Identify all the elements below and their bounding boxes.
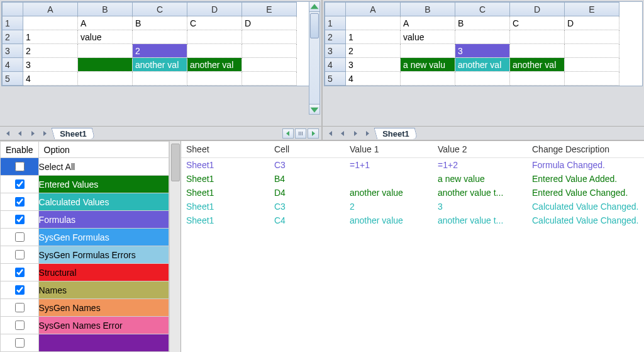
- last-sheet-icon[interactable]: [363, 128, 373, 139]
- option-checkbox-select-all[interactable]: [15, 162, 25, 171]
- cell-E1[interactable]: D: [242, 16, 297, 30]
- scroll-down-icon[interactable]: [309, 104, 319, 114]
- option-label-struct[interactable]: Structural: [38, 264, 169, 281]
- cell-A5[interactable]: 4: [23, 72, 78, 86]
- first-sheet-icon[interactable]: [3, 128, 13, 139]
- option-label-select-all[interactable]: Select All: [38, 158, 169, 176]
- cell-E3[interactable]: [242, 44, 297, 58]
- cell-E4[interactable]: [242, 58, 297, 72]
- cell-B4[interactable]: [78, 58, 133, 72]
- cell-D5[interactable]: [187, 72, 242, 86]
- cell-D1[interactable]: C: [510, 16, 565, 30]
- option-label-sysgenfe[interactable]: SysGen Formulas Errors: [38, 246, 169, 264]
- options-scroll-thumb[interactable]: [171, 144, 180, 181]
- cell-A1[interactable]: [346, 16, 401, 30]
- option-label-sysgenf[interactable]: SysGen Formulas: [38, 229, 169, 246]
- option-label-calc[interactable]: Calculated Values: [38, 193, 169, 211]
- cell-D2[interactable]: [187, 30, 242, 44]
- cell-A5[interactable]: 4: [346, 72, 401, 86]
- cell-D4[interactable]: another val: [510, 58, 565, 72]
- change-row-3[interactable]: Sheet1C323Calculated Value Changed.: [181, 200, 644, 213]
- next-sheet-icon[interactable]: [350, 128, 360, 139]
- cell-A3[interactable]: 2: [346, 44, 401, 58]
- cell-C2[interactable]: [455, 30, 510, 44]
- prev-sheet-icon[interactable]: [15, 128, 25, 139]
- option-checkbox-sysgenne[interactable]: [15, 321, 25, 330]
- grid-corner[interactable]: [325, 3, 346, 16]
- option-checkbox-sysgenf[interactable]: [15, 232, 25, 242]
- grid-corner[interactable]: [3, 3, 23, 16]
- row-header-5[interactable]: 5: [325, 72, 346, 86]
- cell-D3[interactable]: [510, 44, 565, 58]
- cell-B5[interactable]: [401, 72, 455, 86]
- option-checkbox-formulas[interactable]: [15, 215, 25, 224]
- option-label-sysgenn[interactable]: SysGen Names: [38, 299, 169, 317]
- option-label-formulas[interactable]: Formulas: [38, 211, 169, 229]
- change-row-4[interactable]: Sheet1C4another valueanother value t...C…: [181, 213, 644, 227]
- row-header-4[interactable]: 4: [3, 58, 23, 72]
- cell-E4[interactable]: [565, 58, 619, 72]
- scroll-up-icon[interactable]: [309, 2, 319, 12]
- row-header-2[interactable]: 2: [325, 30, 346, 44]
- cell-E3[interactable]: [565, 44, 619, 58]
- cell-A2[interactable]: 1: [346, 30, 401, 44]
- column-header-C[interactable]: C: [455, 3, 510, 16]
- row-header-2[interactable]: 2: [3, 30, 23, 44]
- left-grid[interactable]: ABCDE1ABCD21value32243another valanother…: [2, 2, 297, 86]
- cell-B4[interactable]: a new valu: [401, 58, 455, 72]
- column-header-E[interactable]: E: [242, 3, 297, 16]
- row-header-1[interactable]: 1: [3, 16, 23, 30]
- option-checkbox-entered[interactable]: [15, 179, 25, 189]
- cell-D3[interactable]: [187, 44, 242, 58]
- column-header-D[interactable]: D: [187, 3, 242, 16]
- cell-D4[interactable]: another val: [187, 58, 242, 72]
- cell-C1[interactable]: B: [133, 16, 187, 30]
- cell-A3[interactable]: 2: [23, 44, 78, 58]
- prev-sheet-icon[interactable]: [338, 128, 348, 139]
- option-checkbox-names[interactable]: [15, 285, 25, 295]
- cell-D5[interactable]: [510, 72, 565, 86]
- column-header-B[interactable]: B: [78, 3, 133, 16]
- change-row-1[interactable]: Sheet1B4a new valueEntered Value Added.: [181, 172, 644, 186]
- left-sheet-tab[interactable]: Sheet1: [52, 128, 95, 139]
- hscroll-grip-icon[interactable]: [295, 128, 306, 139]
- option-checkbox-sysgenfe[interactable]: [15, 250, 25, 259]
- option-label-entered[interactable]: Entered Values: [38, 176, 169, 193]
- column-header-A[interactable]: A: [23, 3, 78, 16]
- cell-A1[interactable]: [23, 16, 78, 30]
- column-header-B[interactable]: B: [401, 3, 455, 16]
- hscroll-right-icon[interactable]: [308, 128, 319, 139]
- last-sheet-icon[interactable]: [40, 128, 50, 139]
- cell-A4[interactable]: 3: [346, 58, 401, 72]
- column-header-C[interactable]: C: [133, 3, 187, 16]
- cell-B5[interactable]: [78, 72, 133, 86]
- cell-A4[interactable]: 3: [23, 58, 78, 72]
- column-header-A[interactable]: A: [346, 3, 401, 16]
- option-label-names[interactable]: Names: [38, 281, 169, 299]
- cell-C1[interactable]: B: [455, 16, 510, 30]
- options-scrollbar[interactable]: [169, 141, 180, 352]
- cell-C4[interactable]: another val: [133, 58, 187, 72]
- cell-E1[interactable]: D: [565, 16, 619, 30]
- cell-E5[interactable]: [242, 72, 297, 86]
- first-sheet-icon[interactable]: [325, 128, 335, 139]
- cell-E5[interactable]: [565, 72, 619, 86]
- change-row-2[interactable]: Sheet1D4another valueanother value t...E…: [181, 186, 644, 200]
- right-sheet-tab[interactable]: Sheet1: [374, 128, 418, 139]
- cell-D1[interactable]: C: [187, 16, 242, 30]
- cell-B1[interactable]: A: [78, 16, 133, 30]
- option-label-sysgenne[interactable]: SysGen Names Error: [38, 317, 169, 334]
- cell-C5[interactable]: [455, 72, 510, 86]
- option-label-hidden-last[interactable]: [38, 334, 169, 352]
- left-vertical-scrollbar[interactable]: [309, 1, 320, 115]
- option-checkbox-hidden-last[interactable]: [15, 338, 25, 348]
- right-grid[interactable]: ABCDE1ABCD21value32343a new valuanother …: [325, 2, 619, 86]
- cell-C5[interactable]: [133, 72, 187, 86]
- option-checkbox-calc[interactable]: [15, 197, 25, 207]
- cell-A2[interactable]: 1: [23, 30, 78, 44]
- cell-B2[interactable]: value: [401, 30, 455, 44]
- cell-E2[interactable]: [242, 30, 297, 44]
- cell-B2[interactable]: value: [78, 30, 133, 44]
- cell-D2[interactable]: [510, 30, 565, 44]
- scroll-thumb[interactable]: [310, 13, 319, 38]
